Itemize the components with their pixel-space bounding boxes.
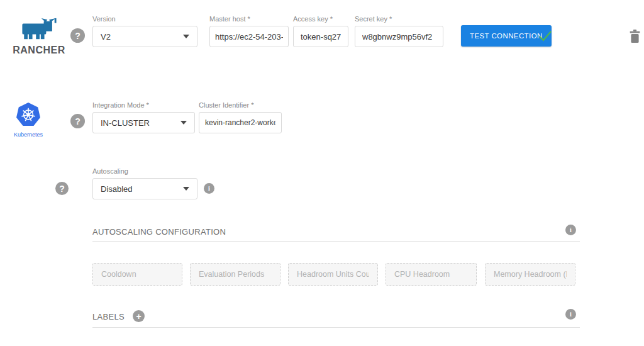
info-glyph: i (208, 185, 210, 192)
secret-key-input[interactable] (355, 26, 443, 47)
autoscaling-configuration-title: AUTOSCALING CONFIGURATION (92, 227, 226, 237)
autoscaling-value: Disabled (101, 184, 133, 194)
check-icon (538, 30, 552, 42)
master-host-field: Master host * (209, 15, 289, 47)
rancher-logo-text: RANCHER (9, 45, 69, 56)
chevron-down-icon (183, 187, 189, 191)
chevron-down-icon (180, 121, 187, 125)
version-value: V2 (101, 32, 111, 42)
cluster-identifier-label: Cluster Identifier * (199, 101, 282, 109)
kubernetes-logo-text: Kubernetes (10, 131, 47, 138)
integration-settings-page: RANCHER ? Version V2 Master host * Acces… (0, 0, 644, 346)
info-glyph: i (570, 311, 572, 318)
help-icon-autoscaling[interactable]: ? (55, 182, 69, 195)
access-key-label: Access key * (293, 15, 348, 23)
evaluation-periods-input (190, 263, 280, 286)
question-glyph: ? (75, 116, 80, 126)
integration-mode-label: Integration Mode * (92, 101, 195, 109)
trash-icon[interactable] (630, 30, 640, 43)
memory-headroom-input (485, 263, 575, 286)
headroom-units-count-input (288, 263, 378, 286)
kubernetes-logo: Kubernetes (10, 102, 47, 138)
info-icon-labels[interactable]: i (565, 309, 576, 320)
chevron-down-icon (183, 35, 189, 38)
cluster-identifier-input[interactable] (199, 112, 282, 133)
info-icon-autoscaling-configuration[interactable]: i (565, 225, 576, 235)
version-field: Version V2 (92, 15, 197, 47)
integration-mode-select[interactable]: IN-CLUSTER (92, 112, 195, 133)
plus-glyph: + (136, 311, 141, 321)
question-glyph: ? (75, 31, 80, 41)
autoscaling-select[interactable]: Disabled (92, 178, 197, 199)
add-label-button[interactable]: + (133, 310, 145, 322)
kubernetes-wheel-icon (15, 102, 42, 128)
info-glyph: i (570, 226, 572, 233)
version-select[interactable]: V2 (92, 26, 197, 47)
section-divider (92, 241, 580, 242)
question-glyph: ? (59, 184, 65, 194)
section-divider (92, 327, 580, 328)
rancher-bull-icon (18, 18, 60, 42)
access-key-field: Access key * (293, 15, 348, 47)
master-host-input[interactable] (209, 26, 289, 47)
access-key-input[interactable] (293, 26, 348, 47)
secret-key-label: Secret key * (355, 15, 443, 23)
help-icon-kubernetes[interactable]: ? (70, 114, 85, 128)
cooldown-input (92, 263, 182, 286)
integration-mode-value: IN-CLUSTER (101, 118, 150, 128)
autoscaling-field: Autoscaling Disabled (92, 167, 197, 199)
cpu-headroom-input (386, 263, 477, 286)
labels-title: LABELS (92, 312, 125, 321)
integration-mode-field: Integration Mode * IN-CLUSTER (92, 101, 195, 133)
info-icon-autoscaling[interactable]: i (204, 183, 214, 194)
secret-key-field: Secret key * (355, 15, 443, 47)
version-label: Version (92, 15, 197, 23)
cluster-identifier-field: Cluster Identifier * (199, 101, 282, 133)
rancher-logo: RANCHER (9, 18, 69, 56)
help-icon-rancher[interactable]: ? (70, 28, 85, 43)
master-host-label: Master host * (209, 15, 289, 23)
autoscaling-label: Autoscaling (92, 167, 197, 175)
